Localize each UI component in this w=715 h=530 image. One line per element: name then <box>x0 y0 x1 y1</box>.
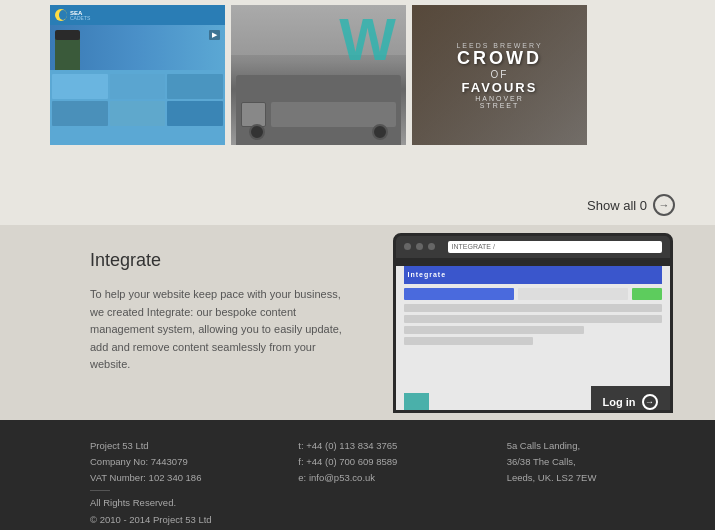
portfolio-item-crowd[interactable]: LEEDS BREWERY CROWD OF FAVOURS HANOVER S… <box>412 5 587 145</box>
browser-dot-2 <box>416 243 423 250</box>
footer-vat: VAT Number: 102 340 186 <box>90 470 258 486</box>
integrate-left: Integrate To help your website keep pace… <box>90 250 350 395</box>
footer: Project 53 Ltd Company No: 7443079 VAT N… <box>0 420 715 530</box>
portfolio-item-sea-cadets[interactable]: SEA CADETS ▶ <box>50 5 225 145</box>
crowd-of-label: OF <box>456 68 544 79</box>
login-arrow-icon: → <box>645 397 654 407</box>
footer-company-name: Project 53 Ltd <box>90 438 258 454</box>
form-field-blue <box>404 288 514 300</box>
integrate-banner: Integrate <box>404 266 662 284</box>
footer-col-address: 5a Calls Landing, 36/38 The Calls, Leeds… <box>507 438 675 512</box>
footer-copyright: © 2010 - 2014 Project 53 Ltd <box>90 512 258 528</box>
show-all-button[interactable]: Show all 0 → <box>587 194 675 216</box>
footer-col-contact: t: +44 (0) 113 834 3765 f: +44 (0) 700 6… <box>298 438 466 512</box>
portfolio-section: SEA CADETS ▶ <box>0 0 715 185</box>
portfolio-images: SEA CADETS ▶ <box>50 5 587 145</box>
footer-email: e: info@p53.co.uk <box>298 470 466 486</box>
crowd-overlay: LEEDS BREWERY CROWD OF FAVOURS HANOVER S… <box>456 42 544 109</box>
show-all-label: Show all 0 <box>587 198 647 213</box>
footer-fax: f: +44 (0) 700 609 8589 <box>298 454 466 470</box>
footer-address2: 36/38 The Calls, <box>507 454 675 470</box>
show-all-arrow-circle: → <box>653 194 675 216</box>
browser-dot-1 <box>404 243 411 250</box>
footer-col-company: Project 53 Ltd Company No: 7443079 VAT N… <box>90 438 258 512</box>
sc-hero-badge: ▶ <box>209 30 220 40</box>
integrate-title: Integrate <box>90 250 350 271</box>
integrate-section: Integrate To help your website keep pace… <box>0 225 715 420</box>
browser-url-text: INTEGRATE / <box>452 243 495 250</box>
crowd-favours-text: FAVOURS <box>456 79 544 94</box>
integrate-form-area <box>404 288 662 300</box>
footer-tel: t: +44 (0) 113 834 3765 <box>298 438 466 454</box>
teal-accent-block <box>404 393 429 413</box>
footer-address3: Leeds, UK. LS2 7EW <box>507 470 675 486</box>
browser-bar: INTEGRATE / <box>396 236 670 258</box>
footer-company-no: Company No: 7443079 <box>90 454 258 470</box>
browser-content: Integrate Log in <box>396 266 670 413</box>
browser-mockup: INTEGRATE / Integrate <box>393 233 673 413</box>
integrate-right: INTEGRATE / Integrate <box>390 250 675 395</box>
form-field-dots <box>518 288 628 300</box>
footer-email-link[interactable]: info@p53.co.uk <box>309 472 375 483</box>
login-overlay[interactable]: Log in → <box>591 386 670 413</box>
gray-block-3 <box>404 326 585 334</box>
gray-blocks <box>404 304 662 345</box>
gray-block-4 <box>404 337 533 345</box>
footer-address1: 5a Calls Landing, <box>507 438 675 454</box>
sc-subtitle: CADETS <box>70 16 90 21</box>
show-all-bar: Show all 0 → <box>0 185 715 225</box>
gray-block-1 <box>404 304 662 312</box>
portfolio-item-van[interactable]: W <box>231 5 406 145</box>
footer-divider <box>90 490 110 491</box>
footer-rights: All Rights Reserved. <box>90 495 258 511</box>
crowd-street-text: HANOVER STREET <box>456 94 544 108</box>
login-arrow-circle: → <box>642 394 658 410</box>
form-btn-green[interactable] <box>632 288 662 300</box>
integrate-banner-text: Integrate <box>408 271 447 278</box>
teal-w-logo: W <box>339 10 396 70</box>
login-label: Log in <box>603 396 636 408</box>
browser-url-bar[interactable]: INTEGRATE / <box>448 241 662 253</box>
browser-dot-3 <box>428 243 435 250</box>
gray-block-2 <box>404 315 662 323</box>
crowd-of-text: CROWD <box>456 49 544 69</box>
integrate-description: To help your website keep pace with your… <box>90 286 350 374</box>
